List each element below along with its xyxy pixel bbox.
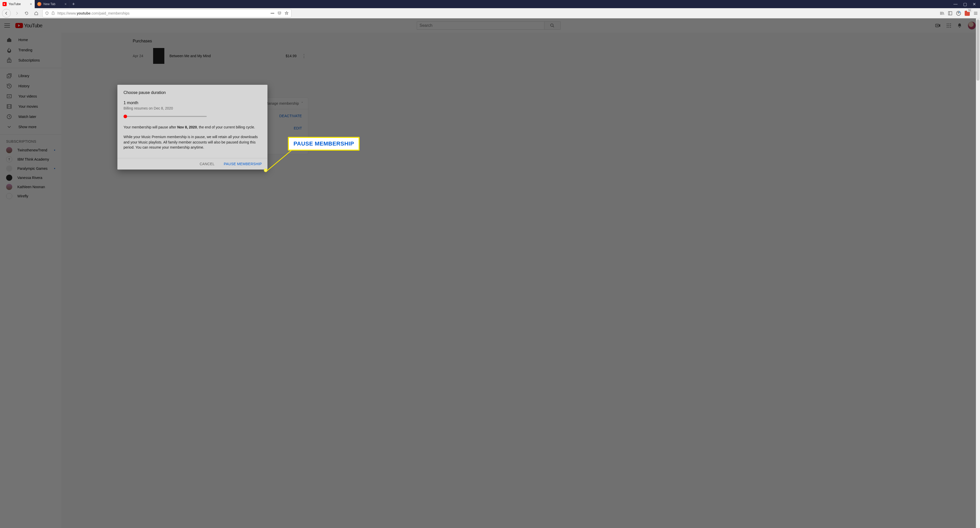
close-icon[interactable]: × [65, 2, 67, 6]
browser-tab-newtab[interactable]: New Tab × [35, 0, 69, 8]
arrow-right-icon [15, 11, 19, 15]
pause-membership-button[interactable]: PAUSE MEMBERSHIP [224, 162, 262, 166]
tab-label: New Tab [43, 2, 55, 6]
svg-point-3 [958, 12, 959, 13]
modal-title: Choose pause duration [124, 90, 261, 95]
arrow-left-icon [4, 11, 8, 15]
modal-body-2: While your Music Premium membership is i… [124, 134, 261, 150]
close-window-icon[interactable]: ✕ [973, 2, 976, 6]
maximize-icon[interactable]: ▢ [963, 2, 967, 6]
account-icon[interactable] [956, 11, 961, 16]
slider-knob[interactable] [124, 115, 127, 118]
svg-rect-0 [948, 11, 952, 15]
toolbar-extensions: 16 [940, 11, 978, 16]
home-button[interactable] [33, 10, 40, 17]
firefox-favicon-icon [37, 2, 41, 6]
window-controls: ― ▢ ✕ [950, 0, 980, 8]
page-actions-icon[interactable]: ••• [270, 11, 274, 15]
close-icon[interactable]: × [30, 2, 32, 6]
browser-tab-youtube[interactable]: YouTube × [0, 0, 35, 8]
vertical-scrollbar[interactable] [976, 18, 980, 528]
sidebar-icon[interactable] [948, 11, 953, 16]
back-button[interactable] [2, 9, 11, 18]
url-bar[interactable]: https://www.youtube.com/paid_memberships… [42, 9, 291, 18]
shield-icon [45, 11, 49, 15]
url-text: https://www.youtube.com/paid_memberships [57, 11, 268, 15]
bookmark-star-icon[interactable] [285, 11, 289, 15]
minimize-icon[interactable]: ― [953, 2, 958, 6]
modal-body-1: Your membership will pause after Nov 8, … [124, 124, 261, 130]
youtube-favicon-icon [3, 2, 6, 6]
reload-icon [24, 11, 29, 15]
svg-point-4 [959, 11, 961, 13]
cancel-button[interactable]: CANCEL [200, 162, 215, 166]
billing-resume-text: Billing resumes on Dec 8, 2020 [124, 106, 261, 110]
menu-icon[interactable] [974, 11, 978, 16]
library-icon[interactable] [940, 11, 944, 16]
extension-badge[interactable]: 16 [965, 11, 970, 16]
pause-duration-slider[interactable] [124, 116, 207, 117]
pocket-icon[interactable] [277, 11, 282, 15]
lock-icon [51, 11, 55, 15]
pause-duration-modal: Choose pause duration 1 month Billing re… [118, 85, 267, 169]
forward-button [13, 10, 21, 17]
extension-badge-count: 16 [967, 9, 972, 12]
reload-button[interactable] [23, 10, 30, 17]
tab-label: YouTube [9, 2, 21, 6]
pause-duration-value: 1 month [124, 100, 261, 105]
home-icon [34, 11, 38, 15]
scrollbar-thumb[interactable] [977, 19, 980, 81]
annotation-callout: PAUSE MEMBERSHIP [288, 137, 360, 151]
browser-titlebar: YouTube × New Tab × + ― ▢ ✕ [0, 0, 980, 8]
page: YouTube Home Trending [0, 18, 980, 528]
annotation-marker-icon [264, 169, 267, 172]
browser-toolbar: https://www.youtube.com/paid_memberships… [0, 8, 980, 18]
new-tab-button[interactable]: + [69, 0, 78, 8]
